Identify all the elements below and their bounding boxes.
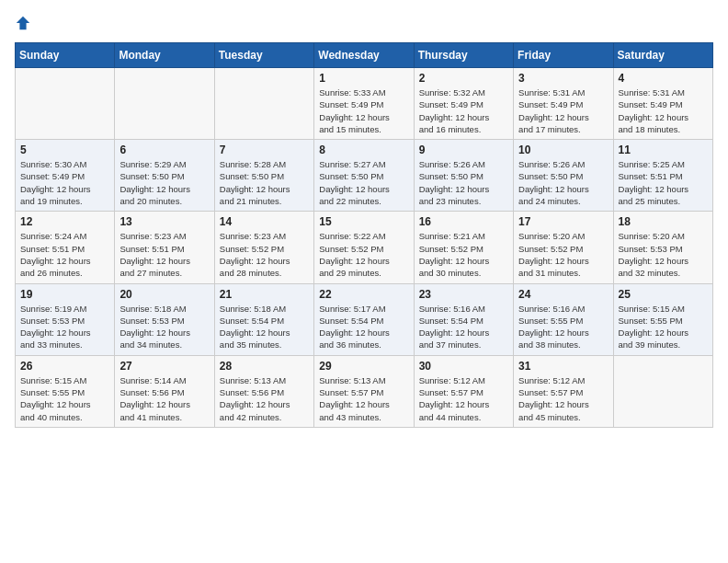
day-info: Sunrise: 5:26 AM Sunset: 5:50 PM Dayligh… <box>518 158 608 207</box>
day-info: Sunrise: 5:14 AM Sunset: 5:56 PM Dayligh… <box>119 374 209 423</box>
day-number: 12 <box>20 215 109 228</box>
calendar-cell: 13Sunrise: 5:23 AM Sunset: 5:51 PM Dayli… <box>115 212 214 283</box>
day-number: 26 <box>20 360 109 373</box>
calendar-week-row: 5Sunrise: 5:30 AM Sunset: 5:49 PM Daylig… <box>16 140 713 212</box>
day-info: Sunrise: 5:13 AM Sunset: 5:57 PM Dayligh… <box>319 374 408 423</box>
calendar-cell: 21Sunrise: 5:18 AM Sunset: 5:54 PM Dayli… <box>214 283 313 355</box>
calendar-table: SundayMondayTuesdayWednesdayThursdayFrid… <box>15 42 713 428</box>
calendar-cell: 5Sunrise: 5:30 AM Sunset: 5:49 PM Daylig… <box>16 140 115 212</box>
calendar-cell: 24Sunrise: 5:16 AM Sunset: 5:55 PM Dayli… <box>514 283 613 355</box>
calendar-cell: 6Sunrise: 5:29 AM Sunset: 5:50 PM Daylig… <box>115 140 214 212</box>
day-info: Sunrise: 5:15 AM Sunset: 5:55 PM Dayligh… <box>619 303 708 351</box>
day-number: 1 <box>319 72 408 85</box>
day-info: Sunrise: 5:20 AM Sunset: 5:53 PM Dayligh… <box>619 230 708 279</box>
day-number: 25 <box>619 288 708 301</box>
day-info: Sunrise: 5:28 AM Sunset: 5:50 PM Dayligh… <box>220 158 309 207</box>
day-number: 14 <box>220 215 309 228</box>
calendar-cell: 11Sunrise: 5:25 AM Sunset: 5:51 PM Dayli… <box>613 140 712 212</box>
day-number: 6 <box>119 144 209 156</box>
day-number: 23 <box>419 288 508 301</box>
day-number: 30 <box>419 360 508 373</box>
svg-marker-0 <box>17 17 29 29</box>
day-info: Sunrise: 5:19 AM Sunset: 5:53 PM Dayligh… <box>20 303 109 351</box>
calendar-cell: 10Sunrise: 5:26 AM Sunset: 5:50 PM Dayli… <box>514 140 613 212</box>
day-number: 7 <box>220 144 309 156</box>
day-info: Sunrise: 5:16 AM Sunset: 5:54 PM Dayligh… <box>419 303 508 351</box>
day-number: 8 <box>319 144 408 156</box>
page-container: SundayMondayTuesdayWednesdayThursdayFrid… <box>0 0 728 437</box>
day-number: 24 <box>518 288 608 301</box>
calendar-week-row: 1Sunrise: 5:33 AM Sunset: 5:49 PM Daylig… <box>16 68 713 140</box>
calendar-cell: 26Sunrise: 5:15 AM Sunset: 5:55 PM Dayli… <box>16 355 115 427</box>
day-info: Sunrise: 5:24 AM Sunset: 5:51 PM Dayligh… <box>20 230 109 279</box>
day-info: Sunrise: 5:13 AM Sunset: 5:56 PM Dayligh… <box>220 374 309 423</box>
day-number: 17 <box>518 215 608 228</box>
day-number: 2 <box>419 72 508 85</box>
calendar-cell: 22Sunrise: 5:17 AM Sunset: 5:54 PM Dayli… <box>314 283 414 355</box>
calendar-cell: 2Sunrise: 5:32 AM Sunset: 5:49 PM Daylig… <box>414 68 513 140</box>
day-number: 4 <box>619 72 708 85</box>
calendar-cell: 25Sunrise: 5:15 AM Sunset: 5:55 PM Dayli… <box>613 283 712 355</box>
calendar-cell: 17Sunrise: 5:20 AM Sunset: 5:52 PM Dayli… <box>514 212 613 283</box>
day-info: Sunrise: 5:23 AM Sunset: 5:51 PM Dayligh… <box>119 230 209 279</box>
day-info: Sunrise: 5:26 AM Sunset: 5:50 PM Dayligh… <box>419 158 508 207</box>
day-info: Sunrise: 5:33 AM Sunset: 5:49 PM Dayligh… <box>319 86 408 135</box>
day-number: 3 <box>518 72 608 85</box>
calendar-cell: 20Sunrise: 5:18 AM Sunset: 5:53 PM Dayli… <box>115 283 214 355</box>
day-number: 29 <box>319 360 408 373</box>
calendar-cell: 23Sunrise: 5:16 AM Sunset: 5:54 PM Dayli… <box>414 283 513 355</box>
calendar-cell: 3Sunrise: 5:31 AM Sunset: 5:49 PM Daylig… <box>514 68 613 140</box>
day-info: Sunrise: 5:31 AM Sunset: 5:49 PM Dayligh… <box>619 86 708 135</box>
logo-icon <box>15 15 31 31</box>
calendar-cell: 31Sunrise: 5:12 AM Sunset: 5:57 PM Dayli… <box>514 355 613 427</box>
day-info: Sunrise: 5:18 AM Sunset: 5:53 PM Dayligh… <box>119 303 209 351</box>
day-info: Sunrise: 5:30 AM Sunset: 5:49 PM Dayligh… <box>20 158 109 207</box>
calendar-day-header: Sunday <box>16 43 115 68</box>
day-info: Sunrise: 5:16 AM Sunset: 5:55 PM Dayligh… <box>518 303 608 351</box>
calendar-day-header: Monday <box>115 43 214 68</box>
calendar-cell: 18Sunrise: 5:20 AM Sunset: 5:53 PM Dayli… <box>613 212 712 283</box>
calendar-cell: 9Sunrise: 5:26 AM Sunset: 5:50 PM Daylig… <box>414 140 513 212</box>
calendar-cell <box>613 355 712 427</box>
day-number: 19 <box>20 288 109 301</box>
calendar-header-row: SundayMondayTuesdayWednesdayThursdayFrid… <box>16 43 713 68</box>
calendar-day-header: Tuesday <box>214 43 313 68</box>
calendar-cell: 30Sunrise: 5:12 AM Sunset: 5:57 PM Dayli… <box>414 355 513 427</box>
day-number: 28 <box>220 360 309 373</box>
calendar-cell: 8Sunrise: 5:27 AM Sunset: 5:50 PM Daylig… <box>314 140 414 212</box>
day-info: Sunrise: 5:12 AM Sunset: 5:57 PM Dayligh… <box>419 374 508 423</box>
calendar-cell <box>214 68 313 140</box>
day-number: 13 <box>119 215 209 228</box>
day-number: 18 <box>619 215 708 228</box>
calendar-day-header: Saturday <box>613 43 712 68</box>
calendar-cell: 16Sunrise: 5:21 AM Sunset: 5:52 PM Dayli… <box>414 212 513 283</box>
calendar-cell <box>16 68 115 140</box>
calendar-day-header: Thursday <box>414 43 513 68</box>
day-number: 9 <box>419 144 508 156</box>
page-header <box>15 15 713 31</box>
calendar-cell: 19Sunrise: 5:19 AM Sunset: 5:53 PM Dayli… <box>16 283 115 355</box>
logo <box>15 15 35 31</box>
day-number: 27 <box>119 360 209 373</box>
day-info: Sunrise: 5:12 AM Sunset: 5:57 PM Dayligh… <box>518 374 608 423</box>
calendar-week-row: 19Sunrise: 5:19 AM Sunset: 5:53 PM Dayli… <box>16 283 713 355</box>
day-number: 15 <box>319 215 408 228</box>
calendar-cell: 1Sunrise: 5:33 AM Sunset: 5:49 PM Daylig… <box>314 68 414 140</box>
day-number: 10 <box>518 144 608 156</box>
day-info: Sunrise: 5:20 AM Sunset: 5:52 PM Dayligh… <box>518 230 608 279</box>
calendar-cell: 29Sunrise: 5:13 AM Sunset: 5:57 PM Dayli… <box>314 355 414 427</box>
calendar-day-header: Wednesday <box>314 43 414 68</box>
day-info: Sunrise: 5:18 AM Sunset: 5:54 PM Dayligh… <box>220 303 309 351</box>
calendar-day-header: Friday <box>514 43 613 68</box>
day-info: Sunrise: 5:25 AM Sunset: 5:51 PM Dayligh… <box>619 158 708 207</box>
day-number: 16 <box>419 215 508 228</box>
calendar-cell: 28Sunrise: 5:13 AM Sunset: 5:56 PM Dayli… <box>214 355 313 427</box>
day-number: 22 <box>319 288 408 301</box>
day-info: Sunrise: 5:17 AM Sunset: 5:54 PM Dayligh… <box>319 303 408 351</box>
calendar-cell <box>115 68 214 140</box>
day-number: 31 <box>518 360 608 373</box>
calendar-cell: 4Sunrise: 5:31 AM Sunset: 5:49 PM Daylig… <box>613 68 712 140</box>
calendar-cell: 14Sunrise: 5:23 AM Sunset: 5:52 PM Dayli… <box>214 212 313 283</box>
day-info: Sunrise: 5:23 AM Sunset: 5:52 PM Dayligh… <box>220 230 309 279</box>
day-info: Sunrise: 5:21 AM Sunset: 5:52 PM Dayligh… <box>419 230 508 279</box>
